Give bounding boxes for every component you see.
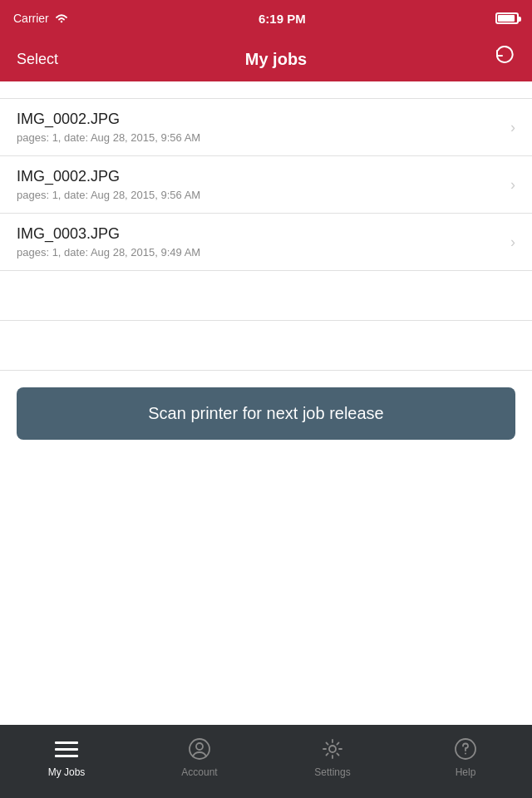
wifi-icon: [54, 12, 69, 24]
empty-row-1: [0, 271, 532, 321]
scan-printer-button[interactable]: Scan printer for next job release: [17, 387, 515, 440]
scan-button-container: Scan printer for next job release: [0, 371, 532, 456]
job-meta-1: pages: 1, date: Aug 28, 2015, 9:56 AM: [17, 131, 200, 144]
job-info-3: IMG_0003.JPG pages: 1, date: Aug 28, 201…: [17, 225, 200, 259]
settings-icon: [320, 736, 345, 761]
status-bar: Carrier 6:19 PM: [0, 0, 532, 37]
chevron-icon-3: ›: [510, 234, 515, 251]
myjobs-icon: [54, 736, 79, 761]
job-item-2[interactable]: IMG_0002.JPG pages: 1, date: Aug 28, 201…: [0, 156, 532, 214]
status-bar-left: Carrier: [13, 12, 69, 25]
nav-bar: Select My jobs: [0, 37, 532, 81]
job-meta-2: pages: 1, date: Aug 28, 2015, 9:56 AM: [17, 189, 200, 201]
battery-icon: [495, 12, 519, 24]
job-item-1[interactable]: IMG_0002.JPG pages: 1, date: Aug 28, 201…: [0, 98, 532, 156]
tab-settings-label: Settings: [314, 766, 350, 778]
tab-myjobs-label: My Jobs: [48, 766, 86, 778]
tab-help-label: Help: [456, 766, 476, 778]
job-name-3: IMG_0003.JPG: [17, 225, 200, 243]
job-name-2: IMG_0002.JPG: [17, 168, 200, 185]
job-item-3[interactable]: IMG_0003.JPG pages: 1, date: Aug 28, 201…: [0, 214, 532, 271]
job-info-2: IMG_0002.JPG pages: 1, date: Aug 28, 201…: [17, 168, 200, 201]
help-icon: [453, 736, 478, 761]
job-meta-3: pages: 1, date: Aug 28, 2015, 9:49 AM: [17, 246, 200, 259]
page-title: My jobs: [245, 50, 307, 69]
tab-account[interactable]: Account: [133, 736, 266, 778]
carrier-label: Carrier: [13, 12, 49, 25]
job-name-1: IMG_0002.JPG: [17, 111, 200, 128]
refresh-button[interactable]: [494, 46, 515, 72]
tab-help[interactable]: Help: [399, 736, 532, 778]
tab-bar: My Jobs Account Settings: [0, 725, 532, 798]
status-bar-right: [495, 12, 519, 24]
main-content: IMG_0002.JPG pages: 1, date: Aug 28, 201…: [0, 81, 532, 725]
svg-point-2: [329, 746, 336, 752]
account-icon: [187, 736, 212, 761]
tab-account-label: Account: [181, 766, 217, 778]
chevron-icon-2: ›: [510, 176, 515, 194]
select-button[interactable]: Select: [17, 51, 58, 68]
tab-settings[interactable]: Settings: [266, 736, 399, 778]
svg-point-4: [465, 753, 466, 755]
empty-row-2: [0, 321, 532, 371]
status-time: 6:19 PM: [259, 12, 306, 26]
job-info-1: IMG_0002.JPG pages: 1, date: Aug 28, 201…: [17, 111, 200, 144]
tab-myjobs[interactable]: My Jobs: [0, 736, 133, 778]
job-list: IMG_0002.JPG pages: 1, date: Aug 28, 201…: [0, 81, 532, 371]
svg-point-1: [196, 743, 203, 750]
chevron-icon-1: ›: [510, 119, 515, 136]
